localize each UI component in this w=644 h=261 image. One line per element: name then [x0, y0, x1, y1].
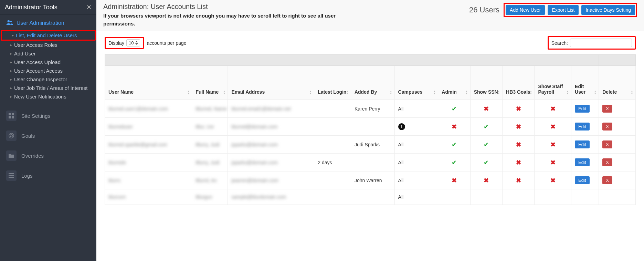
- x-icon: ✖: [538, 141, 568, 148]
- sidebar-item-label: User Job Title / Areas of Interest: [14, 85, 87, 91]
- delete-user-button[interactable]: X: [602, 123, 612, 130]
- x-icon: ✖: [506, 159, 531, 166]
- sidebar-item-add-user[interactable]: ▸ Add User: [0, 49, 96, 58]
- campus-value: All: [398, 178, 404, 183]
- page-size-select[interactable]: 10: [126, 39, 140, 46]
- col-email[interactable]: Email Address▲▼: [228, 66, 314, 100]
- sidebar-item-list-edit-delete-users[interactable]: ▸ List, Edit and Delete Users: [1, 30, 96, 41]
- grid-icon: [6, 111, 17, 121]
- col-full-name[interactable]: Full Name▲▼: [192, 66, 228, 100]
- sort-icon: ▲▼: [187, 91, 190, 95]
- table-row: blurrsBlurrd, Anjwarren@domain.comJohn W…: [105, 171, 636, 189]
- campus-value: All: [398, 106, 404, 112]
- svg-rect-4: [9, 116, 11, 118]
- table-row: blurreduserBlur, Usrblurred@domain.com1✖…: [105, 118, 636, 136]
- sidebar-item-site-settings[interactable]: Site Settings: [0, 106, 96, 126]
- sidebar-item-label: Goals: [21, 133, 35, 139]
- x-icon: ✖: [538, 159, 568, 166]
- page-size-control: Display 10: [105, 37, 144, 49]
- sidebar-item-new-user-notifications[interactable]: ▸ New User Notifications: [0, 92, 96, 101]
- svg-rect-10: [9, 175, 10, 176]
- display-suffix: accounts per page: [147, 40, 186, 46]
- col-show-ssn[interactable]: Show SSN▲▼: [470, 66, 502, 100]
- col-hb3-goals[interactable]: HB3 Goals▲▼: [503, 66, 535, 100]
- delete-user-button[interactable]: X: [602, 140, 612, 148]
- campus-count-badge: 1: [398, 123, 405, 130]
- edit-user-button[interactable]: Edit: [575, 123, 589, 130]
- col-admin[interactable]: Admin▲▼: [438, 66, 470, 100]
- full-name-cell: Blurry, Judi: [196, 142, 219, 147]
- page-subtitle: If your browsers viewport is not wide en…: [103, 12, 344, 28]
- caret-right-icon: ▸: [10, 52, 12, 55]
- table-row: blurcornBlurgunsample@blurdomain.comAll: [105, 189, 636, 205]
- display-label: Display: [108, 40, 124, 46]
- col-latest-login[interactable]: Latest Login▲▼: [314, 66, 351, 100]
- sidebar-item-user-change-inspector[interactable]: ▸ User Change Inspector: [0, 75, 96, 84]
- sidebar-item-goals[interactable]: Goals: [0, 126, 96, 146]
- svg-rect-3: [12, 113, 14, 115]
- sort-icon: ▲▼: [309, 91, 312, 95]
- svg-rect-11: [10, 175, 14, 176]
- export-list-button[interactable]: Export List: [548, 5, 579, 15]
- svg-point-0: [8, 20, 10, 22]
- svg-rect-8: [9, 173, 10, 174]
- sidebar-item-user-account-access[interactable]: ▸ User Account Access: [0, 66, 96, 75]
- svg-rect-5: [12, 116, 14, 118]
- col-show-staff-payroll[interactable]: Show Staff Payroll▲▼: [535, 66, 571, 100]
- page-size-value: 10: [129, 40, 134, 45]
- full-name-cell: Blurred, Name: [196, 106, 226, 112]
- x-icon: ✖: [506, 123, 531, 130]
- users-icon: [6, 20, 13, 27]
- header-spacer-row: [105, 55, 636, 66]
- email-cell: jwarren@domain.com: [231, 178, 278, 183]
- campus-value: All: [398, 142, 404, 147]
- x-icon: ✖: [442, 177, 466, 184]
- inactive-days-setting-button[interactable]: Inactive Days Setting: [581, 5, 635, 15]
- edit-user-button[interactable]: Edit: [575, 176, 589, 184]
- svg-rect-9: [10, 173, 14, 174]
- col-edit-user[interactable]: Edit User▲▼: [571, 66, 599, 100]
- sort-icon: ▲▼: [529, 91, 532, 95]
- svg-point-7: [10, 135, 13, 137]
- delete-user-button[interactable]: X: [602, 158, 612, 166]
- caret-right-icon: ▸: [10, 86, 12, 90]
- header-right: 26 Users Add New User Export List Inacti…: [469, 3, 637, 17]
- users-table: User Name▲▼ Full Name▲▼ Email Address▲▼ …: [105, 54, 636, 205]
- page-title: Administration: User Accounts List: [103, 3, 344, 11]
- delete-user-button[interactable]: X: [602, 176, 612, 184]
- email-cell: sample@blurdomain.com: [231, 194, 286, 200]
- caret-right-icon: ▸: [10, 77, 12, 81]
- sidebar-item-label: Overrides: [21, 153, 44, 159]
- sidebar-item-logs[interactable]: Logs: [0, 166, 96, 186]
- svg-point-1: [10, 21, 12, 22]
- close-icon[interactable]: ✕: [86, 3, 92, 11]
- edit-user-button[interactable]: Edit: [575, 140, 589, 148]
- user-name-cell: blurcorn: [108, 194, 126, 200]
- full-name-cell: Blurry, Judi: [196, 160, 219, 165]
- folder-icon: [6, 150, 17, 161]
- sidebar-item-user-job-title[interactable]: ▸ User Job Title / Areas of Interest: [0, 84, 96, 92]
- caret-right-icon: ▸: [10, 95, 12, 98]
- delete-user-button[interactable]: X: [602, 105, 612, 113]
- sidebar-item-user-access-upload[interactable]: ▸ User Access Upload: [0, 58, 96, 66]
- edit-user-button[interactable]: Edit: [575, 158, 589, 166]
- col-user-name[interactable]: User Name▲▼: [105, 66, 192, 100]
- check-icon: ✔: [442, 159, 466, 166]
- campus-value: All: [398, 160, 404, 165]
- check-icon: ✔: [474, 123, 499, 130]
- add-new-user-button[interactable]: Add New User: [506, 5, 545, 15]
- sort-icon: ▲▼: [465, 91, 468, 95]
- main-content: Administration: User Accounts List If yo…: [96, 0, 644, 261]
- sidebar-item-overrides[interactable]: Overrides: [0, 146, 96, 166]
- col-campuses[interactable]: Campuses▲▼: [394, 66, 438, 100]
- col-delete[interactable]: Delete▲▼: [599, 66, 636, 100]
- col-added-by[interactable]: Added By▲▼: [351, 66, 394, 100]
- sidebar-item-label: Site Settings: [21, 113, 50, 119]
- edit-user-button[interactable]: Edit: [575, 105, 589, 113]
- nav-group-user-admin[interactable]: User Administration: [0, 16, 96, 30]
- search-input[interactable]: [570, 39, 632, 47]
- sidebar-item-user-access-roles[interactable]: ▸ User Access Roles: [0, 41, 96, 49]
- x-icon: ✖: [506, 105, 531, 113]
- email-cell: jsparks@domain.com: [231, 160, 278, 165]
- table-row: blurred.user1@domain.comBlurred, Nameblu…: [105, 100, 636, 118]
